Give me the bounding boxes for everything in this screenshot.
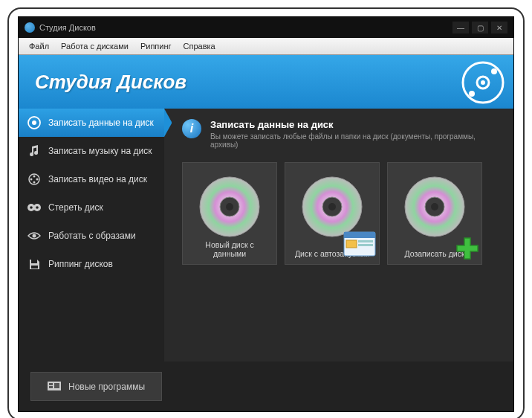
menu-ripping[interactable]: Риппинг bbox=[134, 40, 178, 52]
footer-button-label: Новые программы bbox=[68, 382, 145, 392]
svg-point-4 bbox=[469, 91, 475, 97]
disc-icon bbox=[300, 175, 364, 239]
card-label: Новый диск с данными bbox=[189, 240, 270, 258]
app-window: Студия Дисков — ▢ ✕ Файл Работа с дискам… bbox=[18, 16, 514, 412]
sidebar-item-label: Работать с образами bbox=[48, 231, 136, 241]
menubar: Файл Работа с дисками Риппинг Справка bbox=[19, 38, 513, 55]
svg-point-14 bbox=[30, 206, 33, 209]
maximize-button[interactable]: ▢ bbox=[472, 22, 488, 33]
sidebar: Записать данные на диск Записать музыку … bbox=[19, 109, 164, 361]
film-icon bbox=[27, 173, 41, 186]
card-new-data-disc[interactable]: Новый диск с данными bbox=[182, 162, 277, 265]
svg-point-32 bbox=[431, 203, 438, 210]
svg-point-21 bbox=[226, 203, 233, 210]
svg-point-10 bbox=[30, 179, 33, 181]
svg-point-11 bbox=[36, 179, 39, 181]
svg-rect-27 bbox=[346, 240, 357, 248]
menu-help[interactable]: Справка bbox=[178, 40, 221, 52]
svg-rect-36 bbox=[54, 383, 59, 388]
sidebar-item-images[interactable]: Работать с образами bbox=[19, 222, 164, 250]
page-description: Вы можете записать любые файлы и папки н… bbox=[210, 132, 500, 149]
svg-rect-17 bbox=[31, 260, 37, 263]
info-row: i Записать данные на диск Вы можете запи… bbox=[182, 119, 500, 149]
sidebar-item-label: Записать музыку на диск bbox=[48, 146, 152, 156]
footer: Новые программы bbox=[19, 361, 513, 411]
disc-icon bbox=[461, 61, 505, 104]
close-button[interactable]: ✕ bbox=[491, 22, 507, 33]
banner-title: Студия Дисков bbox=[35, 71, 186, 94]
page-title: Записать данные на диск bbox=[210, 119, 500, 130]
svg-rect-35 bbox=[49, 386, 53, 388]
sidebar-item-label: Стереть диск bbox=[48, 202, 103, 213]
card-autorun-disc[interactable]: Диск с автозапуском bbox=[285, 162, 380, 265]
main-panel: i Записать данные на диск Вы можете запи… bbox=[164, 109, 513, 361]
svg-rect-26 bbox=[344, 232, 375, 238]
svg-rect-28 bbox=[358, 240, 373, 242]
autorun-window-icon bbox=[343, 231, 376, 257]
sidebar-item-label: Записать видео на диск bbox=[48, 174, 147, 184]
sidebar-item-label: Риппинг дисков bbox=[48, 259, 113, 269]
svg-rect-29 bbox=[358, 244, 373, 246]
svg-point-6 bbox=[32, 120, 36, 125]
content: Записать данные на диск Записать музыку … bbox=[19, 109, 513, 361]
app-icon bbox=[25, 22, 35, 33]
svg-point-3 bbox=[491, 68, 497, 74]
svg-point-24 bbox=[328, 203, 336, 210]
sidebar-item-label: Записать данные на диск bbox=[48, 118, 154, 128]
svg-point-9 bbox=[33, 181, 36, 184]
disc-write-icon bbox=[27, 116, 41, 129]
sidebar-item-write-video[interactable]: Записать видео на диск bbox=[19, 165, 164, 193]
svg-point-8 bbox=[33, 176, 36, 178]
sidebar-item-ripping[interactable]: Риппинг дисков bbox=[19, 250, 164, 278]
disc-icon bbox=[403, 175, 467, 239]
svg-point-16 bbox=[33, 234, 36, 238]
card-append-disc[interactable]: Дозаписать диск bbox=[387, 162, 482, 265]
sidebar-item-erase[interactable]: Стереть диск bbox=[19, 193, 164, 222]
new-programs-button[interactable]: Новые программы bbox=[30, 372, 162, 401]
eye-icon bbox=[27, 229, 41, 242]
erase-icon bbox=[27, 201, 41, 214]
menu-discs[interactable]: Работа с дисками bbox=[55, 40, 134, 52]
window-title: Студия Дисков bbox=[39, 23, 452, 32]
svg-point-2 bbox=[481, 80, 485, 85]
menu-file[interactable]: Файл bbox=[23, 40, 55, 52]
sidebar-item-write-data[interactable]: Записать данные на диск bbox=[19, 109, 164, 137]
disc-icon bbox=[198, 175, 262, 239]
svg-rect-34 bbox=[49, 383, 53, 385]
outer-frame: Студия Дисков — ▢ ✕ Файл Работа с дискам… bbox=[7, 7, 525, 418]
save-icon bbox=[27, 257, 41, 271]
cards-row: Новый диск с данными Ди bbox=[182, 162, 500, 265]
titlebar: Студия Дисков — ▢ ✕ bbox=[19, 17, 513, 38]
minimize-button[interactable]: — bbox=[452, 22, 469, 33]
sidebar-item-write-music[interactable]: Записать музыку на диск bbox=[19, 137, 164, 165]
info-icon: i bbox=[182, 119, 201, 138]
music-icon bbox=[27, 144, 41, 158]
window-controls: — ▢ ✕ bbox=[452, 22, 507, 33]
svg-point-15 bbox=[36, 206, 39, 209]
svg-rect-18 bbox=[31, 266, 38, 269]
banner: Студия Дисков bbox=[19, 55, 513, 109]
programs-icon bbox=[48, 380, 61, 393]
plus-icon bbox=[455, 236, 480, 261]
